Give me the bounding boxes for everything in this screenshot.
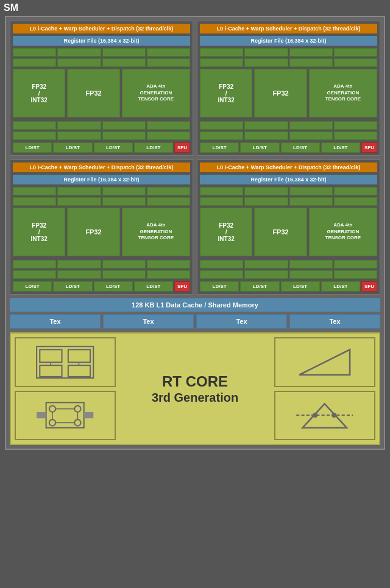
green-cell [57,187,101,195]
sub-block-1: L0 i-Cache + Warp Scheduler + Dispatch (… [10,21,193,156]
circuit-icon [26,396,104,434]
ray-intersection-icon [285,396,364,434]
fp32-int32-col: FP32 / INT32 [13,69,65,117]
tex-cell-2: Tex [103,314,194,329]
warp-header-2: L0 i-Cache + Warp Scheduler + Dispatch (… [200,24,377,33]
svg-rect-16 [37,412,46,418]
green-cell [102,131,146,140]
sfu-cell: SFU [361,142,377,153]
register-file-4: Register File (16,384 x 32-bit) [200,175,377,184]
green-cell [147,121,190,130]
green-cell [57,48,101,57]
green-cell [289,48,333,57]
green-cell [289,197,333,206]
green-cell [200,121,243,130]
green-cell [334,187,377,195]
ldst-row-1: LD/ST LD/ST LD/ST LD/ST SFU [13,142,190,153]
green-cell [102,48,146,57]
green-cell [13,58,56,67]
bot-green-grid-1 [13,121,190,130]
l1-cache-bar: 128 KB L1 Data Cache / Shared Memory [10,298,380,312]
ldst-cell: LD/ST [13,281,52,292]
warp-header-3: L0 i-Cache + Warp Scheduler + Dispatch (… [13,163,190,172]
svg-rect-17 [84,412,94,418]
rt-left-col [15,337,116,440]
green-cell [334,197,377,206]
ldst-cell: LD/ST [13,142,52,153]
green-cell [13,197,56,206]
green-cell [244,131,288,140]
green-cell [200,48,243,57]
sm-label: SM [0,0,390,16]
svg-rect-4 [68,365,90,377]
core-area-4: FP32 / INT32 FP32 ADA 4th GENERATION TEN… [200,208,377,256]
rt-center-col: RT CORE 3rd Generation [119,337,271,440]
fp32-int32-block-1: FP32 / INT32 [13,69,65,117]
green-cell [334,270,377,279]
bot-green-grid-2 [200,121,377,130]
ldst-cell: LD/ST [94,281,133,292]
ldst-cell: LD/ST [53,281,92,292]
fp32-block-2: FP32 [254,69,307,117]
tensor-block-3: ADA 4th GENERATION TENSOR CORE [122,208,190,256]
ldst-cell: LD/ST [321,281,360,292]
core-area-2: FP32 / INT32 FP32 ADA 4th GENERATION TEN… [200,69,377,117]
fp32-col-2: FP32 [254,69,307,117]
sfu-cell: SFU [174,142,190,153]
green-cell [200,260,243,268]
fp32-col-3: FP32 [67,208,119,256]
svg-rect-1 [40,349,62,362]
green-cell [244,187,288,195]
green-cell [244,58,288,67]
green-cell [57,121,101,130]
warp-header-1: L0 i-Cache + Warp Scheduler + Dispatch (… [13,24,190,33]
green-cell [147,58,190,67]
sfu-cell: SFU [174,281,190,292]
sub-block-3: L0 i-Cache + Warp Scheduler + Dispatch (… [10,159,193,295]
ldst-row-4: LD/ST LD/ST LD/ST LD/ST SFU [200,281,377,292]
bvh-tree-icon [26,343,104,381]
top-green-grid-3 [13,187,190,195]
green-cell [334,131,377,140]
rt-core-section: RT CORE 3rd Generation [10,332,380,445]
outer-container: L0 i-Cache + Warp Scheduler + Dispatch (… [5,16,385,450]
ldst-row-3: LD/ST LD/ST LD/ST LD/ST SFU [13,281,190,292]
rt-icon-box-4 [274,391,375,441]
tensor-block-4: ADA 4th GENERATION TENSOR CORE [309,208,377,256]
tensor-col-4: ADA 4th GENERATION TENSOR CORE [309,208,377,256]
green-cell [289,260,333,268]
top-green-grid-1 [13,48,190,57]
tensor-col-2: ADA 4th GENERATION TENSOR CORE [309,69,377,117]
green-cell [57,270,101,279]
green-cell [200,131,243,140]
green-cell [102,58,146,67]
green-cell [334,48,377,57]
core-area-1: FP32 / INT32 FP32 ADA 4th GENERATION TEN… [13,69,190,117]
svg-marker-20 [303,404,347,428]
bot-green-grid-4b [200,270,377,279]
svg-point-10 [49,420,55,426]
green-cell [244,260,288,268]
bot-green-grid-3 [13,260,190,268]
green-cell [147,260,190,268]
tensor-col: ADA 4th GENERATION TENSOR CORE [122,69,190,117]
tex-cell-1: Tex [10,314,101,329]
green-cell [13,260,56,268]
ldst-cell: LD/ST [134,281,173,292]
green-cell [289,58,333,67]
bot-green-grid-4 [200,260,377,268]
green-cell [102,270,146,279]
green-cell [244,48,288,57]
green-cell [244,197,288,206]
sub-blocks-grid: L0 i-Cache + Warp Scheduler + Dispatch (… [10,21,380,295]
green-cell [13,187,56,195]
ldst-cell: LD/ST [200,281,239,292]
fp32-block-3: FP32 [67,208,119,256]
ldst-cell: LD/ST [321,142,360,153]
top-green-grid-4 [200,187,377,195]
green-cell [102,187,146,195]
sub-block-4: L0 i-Cache + Warp Scheduler + Dispatch (… [197,159,380,295]
ldst-cell: LD/ST [240,142,279,153]
green-cell [334,121,377,130]
green-cell [13,131,56,140]
